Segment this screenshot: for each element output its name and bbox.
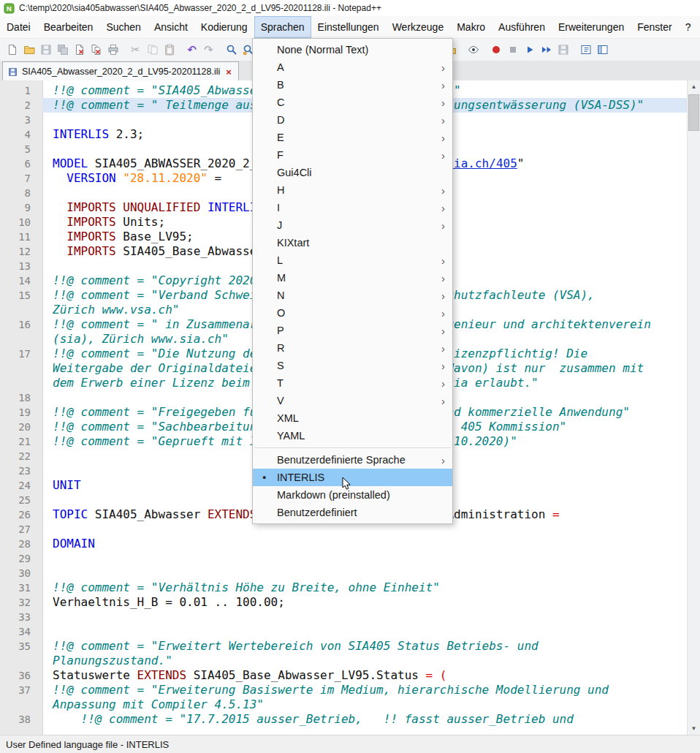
submenu-arrow-icon: › xyxy=(441,202,445,214)
code-line-text[interactable] xyxy=(42,522,688,537)
code-token: SIA405_Base_Abwasser_LV95.Status xyxy=(186,668,419,682)
code-line-text[interactable] xyxy=(42,551,688,566)
plugin-grid-icon[interactable] xyxy=(595,42,610,58)
code-token xyxy=(53,200,66,214)
lang-item-label: F xyxy=(277,149,284,161)
line-number: 28 xyxy=(0,537,42,551)
lang-item-d[interactable]: D› xyxy=(253,111,452,129)
lang-item-gui4cli[interactable]: Gui4Cli xyxy=(253,164,452,181)
scroll-down-arrow-icon[interactable]: ▼ xyxy=(688,722,700,735)
lang-item-l[interactable]: L› xyxy=(253,251,452,269)
find-icon[interactable] xyxy=(224,42,239,58)
lang-item-a[interactable]: A› xyxy=(253,58,452,76)
menu-makro[interactable]: Makro xyxy=(450,16,492,38)
lang-item-n[interactable]: N› xyxy=(253,287,452,304)
lang-item-t[interactable]: T› xyxy=(253,374,452,392)
menu-kodierung[interactable]: Kodierung xyxy=(194,16,254,38)
lang-item-interlis[interactable]: ●INTERLIS xyxy=(253,469,452,486)
code-row: 32Verhaeltnis_H_B = 0.01 .. 100.00; xyxy=(0,595,688,610)
menu-einstellungen[interactable]: Einstellungen xyxy=(311,16,386,38)
lang-item-i[interactable]: I› xyxy=(253,199,452,216)
code-line-text[interactable]: Anpassung mit Compiler 4.5.13" xyxy=(42,697,688,712)
scroll-up-arrow-icon[interactable]: ▲ xyxy=(688,80,700,93)
submenu-arrow-icon: › xyxy=(441,132,445,144)
open-file-icon[interactable] xyxy=(21,42,37,58)
lang-item-r[interactable]: R› xyxy=(253,339,452,357)
code-line-text[interactable]: Verhaeltnis_H_B = 0.01 .. 100.00; xyxy=(42,595,688,610)
menu-ansicht[interactable]: Ansicht xyxy=(148,16,194,38)
paste-icon[interactable] xyxy=(161,42,177,58)
copy-icon[interactable] xyxy=(145,42,160,58)
code-line-text[interactable]: !!@ comment = "Erweitert Wertebereich vo… xyxy=(42,639,688,654)
code-line-text[interactable] xyxy=(42,624,688,639)
redo-icon[interactable]: ↷ xyxy=(201,42,216,58)
lang-item-j[interactable]: J› xyxy=(253,216,452,234)
lang-item-yaml[interactable]: YAML xyxy=(253,427,452,444)
tab-close-icon[interactable]: × xyxy=(224,67,233,77)
line-number: 12 xyxy=(0,244,42,259)
vertical-scrollbar[interactable]: ▲ ▼ xyxy=(687,80,700,735)
code-line-text[interactable]: !!@ comment = "Erweiterung Basiswerte im… xyxy=(42,683,688,697)
save-icon[interactable] xyxy=(38,42,53,58)
new-file-icon[interactable] xyxy=(4,42,20,58)
code-line-text[interactable]: !!@ comment = "Verhältnis Höhe zu Breite… xyxy=(42,580,688,595)
code-line-text[interactable] xyxy=(42,610,688,624)
selected-bullet-icon: ● xyxy=(262,474,266,481)
code-token: SIA405_Abwasser xyxy=(88,507,208,521)
code-line-text[interactable]: DOMAIN xyxy=(42,537,688,551)
lang-item-none-normal-text[interactable]: None (Normal Text) xyxy=(253,41,452,58)
file-monitoring-icon[interactable] xyxy=(465,42,481,58)
lang-item-o[interactable]: O› xyxy=(253,304,452,322)
menu-ausf-hren[interactable]: Ausführen xyxy=(492,16,552,38)
lang-item-v[interactable]: V› xyxy=(253,392,452,409)
record-macro-icon[interactable] xyxy=(488,42,503,58)
lang-item-label: V xyxy=(277,395,284,406)
menu-suchen[interactable]: Suchen xyxy=(99,16,147,38)
lang-item-e[interactable]: E› xyxy=(253,129,452,146)
lang-item-kixtart[interactable]: KIXtart xyxy=(253,234,452,251)
menu-werkzeuge[interactable]: Werkzeuge xyxy=(386,16,451,38)
menu-sprachen[interactable]: Sprachen xyxy=(254,16,311,38)
undo-icon[interactable]: ↶ xyxy=(184,42,199,58)
code-line-text[interactable]: !!@ comment = "17.7.2015 ausser_Betrieb,… xyxy=(42,712,688,727)
lang-item-m[interactable]: M› xyxy=(253,269,452,287)
lang-item-p[interactable]: P› xyxy=(253,322,452,339)
menu-datei[interactable]: Datei xyxy=(0,16,37,38)
stop-recording-icon[interactable] xyxy=(505,42,520,58)
menu-[interactable]: ? xyxy=(679,16,698,38)
submenu-arrow-icon: › xyxy=(441,325,445,337)
lang-item-benutzerdefiniert[interactable]: Benutzerdefiniert xyxy=(253,504,452,521)
lang-item-c[interactable]: C› xyxy=(253,94,452,111)
line-number: 23 xyxy=(0,463,42,478)
line-number: 34 xyxy=(0,624,42,639)
cut-icon[interactable]: ✂ xyxy=(128,42,143,58)
lang-item-f[interactable]: F› xyxy=(253,146,452,164)
lang-item-markdown-preinstalled[interactable]: Markdown (preinstalled) xyxy=(253,486,452,504)
lang-item-benutzerdefinierte-sprache[interactable]: Benutzerdefinierte Sprache› xyxy=(253,451,452,469)
save-all-icon[interactable] xyxy=(55,42,70,58)
close-file-icon[interactable] xyxy=(72,42,87,58)
code-token xyxy=(53,215,66,229)
menu-fenster[interactable]: Fenster xyxy=(631,16,678,38)
lang-item-h[interactable]: H› xyxy=(253,181,452,199)
menu-bearbeiten[interactable]: Bearbeiten xyxy=(37,16,100,38)
plugin-panel-icon[interactable] xyxy=(578,42,593,58)
line-number: 9 xyxy=(0,200,42,215)
print-icon[interactable] xyxy=(105,42,121,58)
save-macro-icon[interactable] xyxy=(555,42,571,58)
code-line-text[interactable]: Planungszustand." xyxy=(42,654,688,668)
lang-item-xml[interactable]: XML xyxy=(253,409,452,427)
code-line-text[interactable]: Statuswerte EXTENDS SIA405_Base_Abwasser… xyxy=(42,668,688,683)
lang-item-s[interactable]: S› xyxy=(253,357,452,374)
lang-item-label: H xyxy=(277,184,284,196)
menu-erweiterungen[interactable]: Erweiterungen xyxy=(552,16,631,38)
scrollbar-thumb[interactable] xyxy=(688,94,699,131)
status-bar: User Defined language file - INTERLIS xyxy=(0,735,700,753)
lang-item-b[interactable]: B› xyxy=(253,76,452,94)
close-all-icon[interactable] xyxy=(88,42,104,58)
code-token: VERSION xyxy=(66,171,115,185)
playback-macro-icon[interactable] xyxy=(522,42,537,58)
run-macro-multiple-icon[interactable] xyxy=(539,42,554,58)
code-line-text[interactable] xyxy=(42,566,688,580)
tab-active[interactable]: SIA405_Abwasser_2020_2_d_LV95-20201128.i… xyxy=(2,61,239,81)
